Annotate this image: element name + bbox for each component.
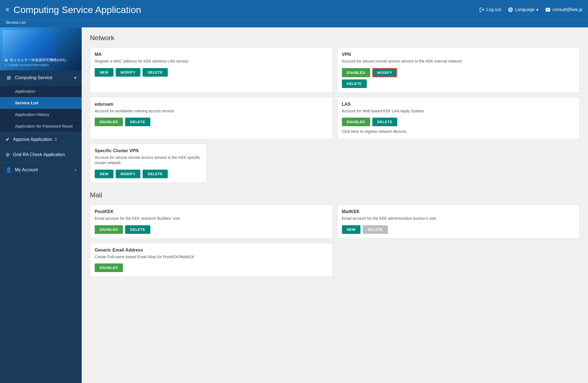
service-card-las: LAS Account for Web based KEK LAN Apply …	[337, 97, 580, 139]
computing-service-label: Computing Service	[15, 75, 52, 80]
vpn-enabled-button[interactable]: ENABLED	[342, 68, 370, 77]
ma-title: MA	[95, 52, 328, 57]
service-card-generic-email: Generic Email Address Create Full-name b…	[90, 243, 333, 277]
app-title: Computing Service Application	[14, 4, 479, 15]
specific-cluster-vpn-title: Specific Cluster VPN	[95, 148, 202, 153]
eduroam-enabled-button[interactable]: ENABLED	[95, 118, 123, 126]
sidebar-org-info: 🏛 高エネルギー加速器研究機構(KEK) ✏ Update account in…	[4, 58, 66, 67]
account-icon: 👤	[6, 167, 12, 173]
sidebar-sub-items: Application Service List Application His…	[0, 86, 82, 132]
building-icon: 🏛	[4, 58, 8, 62]
eduroam-title: eduroam	[95, 102, 328, 107]
grid-icon: ⊘	[6, 152, 10, 158]
mailkek-new-button[interactable]: NEW	[342, 225, 361, 234]
sidebar-item-my-account[interactable]: 👤 My Account ›	[0, 162, 82, 178]
vpn-delete-button[interactable]: DELETE	[342, 79, 367, 88]
postkek-enabled-button[interactable]: ENABLED	[95, 225, 123, 234]
sidebar-item-approve-application[interactable]: ✔ Approve Application 3	[0, 132, 82, 147]
chevron-right-icon: ›	[75, 167, 76, 172]
mailkek-title: MailKEK	[342, 209, 575, 214]
sidebar-item-computing-service[interactable]: ⊞ Computing Service ▾	[0, 70, 82, 86]
approve-badge: 3	[54, 137, 57, 142]
application-history-label: Application History	[15, 112, 49, 117]
vpn-modify-button[interactable]: MODIFY	[372, 68, 397, 77]
service-card-eduroam: eduroam Account for worldwide roaming ac…	[90, 97, 333, 139]
eduroam-btn-row: ENABLED DELETE	[95, 118, 328, 126]
my-account-label: My Account	[15, 167, 38, 172]
sidebar-org-name: 🏛 高エネルギー加速器研究機構(KEK)	[4, 58, 66, 63]
postkek-title: PostKEK	[95, 209, 328, 214]
las-enabled-button[interactable]: ENABLED	[342, 118, 370, 126]
las-here-link[interactable]: here	[351, 129, 359, 134]
service-card-specific-cluster-vpn: Specific Cluster VPN Account for secure …	[90, 144, 207, 183]
eduroam-description: Account for worldwide roaming access ser…	[95, 108, 328, 114]
content-area: Network MA Register a MAC address for KE…	[82, 27, 588, 383]
network-section-title: Network	[90, 34, 580, 42]
mail-service-grid: PostKEK Email account for the KEK resear…	[90, 205, 580, 277]
ma-description: Register a MAC address for KEK wireless …	[95, 59, 328, 64]
specific-cluster-vpn-new-button[interactable]: NEW	[95, 170, 114, 178]
subheader: Service List	[0, 19, 588, 27]
service-card-mailkek: MailKEK Email account for the KEK admini…	[337, 205, 580, 239]
postkek-description: Email account for the KEK research facil…	[95, 216, 328, 221]
generic-email-enabled-button[interactable]: ENABLED	[95, 263, 123, 272]
header: ≡ Computing Service Application Log out …	[0, 0, 588, 19]
logo-box	[3, 30, 55, 61]
vpn-title: VPN	[342, 52, 575, 57]
chevron-down-icon: ▾	[74, 76, 76, 80]
mailkek-btn-row: NEW DELETE	[342, 225, 575, 234]
main-layout: 🏛 高エネルギー加速器研究機構(KEK) ✏ Update account in…	[0, 27, 588, 383]
sidebar-logo-area: 🏛 高エネルギー加速器研究機構(KEK) ✏ Update account in…	[0, 27, 82, 70]
las-title: LAS	[342, 102, 575, 107]
network-service-grid: MA Register a MAC address for KEK wirele…	[90, 47, 580, 183]
contact-email: consult@kek.jp	[552, 7, 582, 12]
language-chevron-icon: ▾	[536, 7, 538, 12]
generic-email-title: Generic Email Address	[95, 248, 328, 253]
sidebar-item-application[interactable]: Application	[0, 86, 82, 97]
approve-application-label: Approve Application	[13, 137, 52, 142]
language-label: Language	[515, 7, 535, 12]
approve-icon: ✔	[6, 136, 10, 143]
sidebar-item-service-list[interactable]: Service List	[0, 97, 82, 109]
ma-btn-row: NEW MODIFY DELETE	[95, 68, 328, 77]
ma-modify-button[interactable]: MODIFY	[116, 68, 141, 77]
vpn-description: Account for secure remote access service…	[342, 59, 575, 64]
mail-section-title: Mail	[90, 191, 580, 199]
sidebar-item-password-reset[interactable]: Application for Password Reset	[0, 120, 82, 132]
vpn-btn-row-2: DELETE	[342, 79, 575, 88]
postkek-btn-row: ENABLED DELETE	[95, 225, 328, 234]
las-delete-button[interactable]: DELETE	[372, 118, 397, 126]
mailkek-delete-button: DELETE	[363, 225, 388, 234]
service-card-ma: MA Register a MAC address for KEK wirele…	[90, 47, 333, 93]
specific-cluster-vpn-modify-button[interactable]: MODIFY	[116, 170, 141, 178]
edit-icon: ✏	[4, 63, 7, 67]
sidebar-item-grid-ra[interactable]: ⊘ Grid RA Check Application	[0, 147, 82, 162]
computing-icon: ⊞	[6, 75, 12, 81]
service-card-vpn: VPN Account for secure remote access ser…	[337, 47, 580, 93]
language-button[interactable]: Language ▾	[508, 7, 538, 12]
service-list-label: Service List	[15, 100, 38, 105]
eduroam-delete-button[interactable]: DELETE	[125, 118, 150, 126]
grid-ra-label: Grid RA Check Application	[13, 152, 65, 157]
las-extra-text: Click here to register network devices.	[342, 129, 575, 134]
sidebar: 🏛 高エネルギー加速器研究機構(KEK) ✏ Update account in…	[0, 27, 82, 383]
breadcrumb: Service List	[6, 20, 25, 25]
las-btn-row: ENABLED DELETE	[342, 118, 575, 126]
vpn-btn-row: ENABLED MODIFY	[342, 68, 575, 77]
sidebar-nav: ⊞ Computing Service ▾ Application Servic…	[0, 70, 82, 383]
menu-icon[interactable]: ≡	[6, 6, 9, 13]
password-reset-label: Application for Password Reset	[15, 124, 73, 128]
mailkek-description: Email account for the KEK administrative…	[342, 216, 575, 221]
generic-email-btn-row: ENABLED	[95, 263, 328, 272]
ma-delete-button[interactable]: DELETE	[143, 68, 167, 77]
logout-button[interactable]: Log out	[479, 7, 501, 12]
logout-label: Log out	[486, 7, 501, 12]
ma-new-button[interactable]: NEW	[95, 68, 114, 77]
sidebar-item-application-history[interactable]: Application History	[0, 109, 82, 120]
generic-email-description: Create Full-name based Email Alias for P…	[95, 254, 328, 260]
specific-cluster-vpn-delete-button[interactable]: DELETE	[143, 170, 167, 178]
email-contact[interactable]: consult@kek.jp	[545, 7, 582, 12]
postkek-delete-button[interactable]: DELETE	[125, 225, 150, 234]
specific-cluster-vpn-description: Account for secure remote access service…	[95, 155, 202, 166]
update-account-link[interactable]: ✏ Update account information	[4, 63, 66, 67]
